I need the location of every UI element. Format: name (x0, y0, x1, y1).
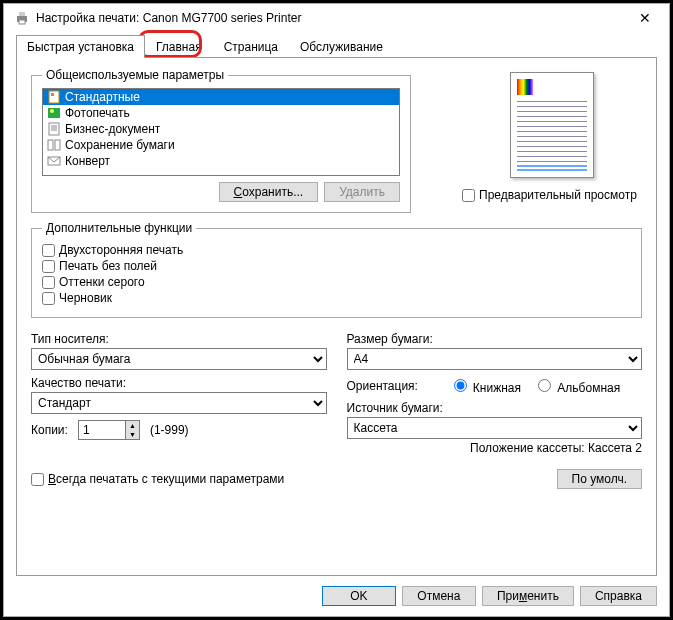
cassette-position-label: Положение кассеты: Кассета 2 (347, 441, 643, 455)
ok-button[interactable]: OK (322, 586, 396, 606)
svg-rect-4 (51, 93, 54, 96)
preview-checkbox-input[interactable] (462, 189, 475, 202)
borderless-checkbox[interactable]: Печать без полей (42, 259, 631, 273)
svg-rect-12 (55, 140, 60, 150)
preview-area: Предварительный просмотр (462, 72, 642, 204)
preview-image-icon (517, 79, 533, 95)
page-icon (47, 90, 61, 104)
profile-item-photo[interactable]: Фотопечать (43, 105, 399, 121)
document-icon (47, 122, 61, 136)
page-preview (510, 72, 594, 178)
paper-source-label: Источник бумаги: (347, 401, 643, 415)
draft-checkbox[interactable]: Черновик (42, 291, 631, 305)
profile-item-standard[interactable]: Стандартные (43, 89, 399, 105)
spin-up[interactable]: ▲ (125, 421, 139, 430)
extra-functions-legend: Дополнительные функции (42, 221, 196, 235)
tab-main[interactable]: Главная (145, 35, 213, 58)
copies-input[interactable] (79, 421, 125, 439)
media-type-label: Тип носителя: (31, 332, 327, 346)
always-print-checkbox[interactable]: Всегда печатать с текущими параметрами (31, 472, 284, 486)
profile-item-envelope[interactable]: Конверт (43, 153, 399, 169)
tab-service[interactable]: Обслуживание (289, 35, 394, 58)
delete-profile-button: Удалить (324, 182, 400, 202)
print-setup-dialog: Настройка печати: Canon MG7700 series Pr… (3, 3, 670, 617)
orientation-portrait[interactable]: Книжная (449, 376, 522, 395)
preview-checkbox-label: Предварительный просмотр (479, 188, 637, 202)
copies-range: (1-999) (150, 423, 189, 437)
orientation-landscape[interactable]: Альбомная (533, 376, 620, 395)
close-button[interactable]: ✕ (631, 10, 659, 26)
help-button[interactable]: Справка (580, 586, 657, 606)
duplex-checkbox[interactable]: Двухсторонняя печать (42, 243, 631, 257)
defaults-button[interactable]: По умолч. (557, 469, 642, 489)
common-profiles-legend: Общеиспользуемые параметры (42, 68, 228, 82)
svg-rect-7 (49, 123, 59, 135)
cancel-button[interactable]: Отмена (402, 586, 476, 606)
copies-label: Копии: (31, 423, 68, 437)
copies-spinner[interactable]: ▲▼ (78, 420, 140, 440)
common-profiles-group: Общеиспользуемые параметры Стандартные Ф… (31, 68, 411, 213)
svg-point-6 (50, 109, 54, 113)
quality-select[interactable]: Стандарт (31, 392, 327, 414)
media-type-select[interactable]: Обычная бумага (31, 348, 327, 370)
svg-rect-3 (49, 91, 59, 103)
pages-icon (47, 138, 61, 152)
dialog-footer: OK Отмена Применить Справка (4, 576, 669, 616)
paper-size-select[interactable]: A4 (347, 348, 643, 370)
tab-panel: Предварительный просмотр Общеиспользуемы… (16, 57, 657, 576)
titlebar: Настройка печати: Canon MG7700 series Pr… (4, 4, 669, 32)
svg-rect-5 (48, 108, 60, 118)
orientation-label: Ориентация: (347, 379, 437, 393)
profile-item-business[interactable]: Бизнес-документ (43, 121, 399, 137)
svg-rect-2 (19, 20, 25, 24)
preview-lines (517, 97, 587, 163)
grayscale-checkbox[interactable]: Оттенки серого (42, 275, 631, 289)
quality-label: Качество печати: (31, 376, 327, 390)
extra-functions-group: Дополнительные функции Двухсторонняя печ… (31, 221, 642, 318)
photo-icon (47, 106, 61, 120)
paper-source-select[interactable]: Кассета (347, 417, 643, 439)
window-title: Настройка печати: Canon MG7700 series Pr… (36, 11, 631, 25)
preview-checkbox[interactable]: Предварительный просмотр (462, 188, 642, 202)
profiles-listbox[interactable]: Стандартные Фотопечать Бизнес-документ С… (42, 88, 400, 176)
tab-strip: Быстрая установка Главная Страница Обслу… (16, 34, 657, 57)
svg-rect-11 (48, 140, 53, 150)
apply-button[interactable]: Применить (482, 586, 574, 606)
save-profile-button[interactable]: Сохранить... (219, 182, 319, 202)
spin-down[interactable]: ▼ (125, 430, 139, 439)
svg-rect-1 (19, 12, 25, 16)
tab-page[interactable]: Страница (213, 35, 289, 58)
envelope-icon (47, 154, 61, 168)
profile-item-papersave[interactable]: Сохранение бумаги (43, 137, 399, 153)
paper-size-label: Размер бумаги: (347, 332, 643, 346)
printer-icon (14, 10, 30, 26)
preview-footer (517, 165, 587, 171)
tab-quick-setup[interactable]: Быстрая установка (16, 35, 145, 58)
